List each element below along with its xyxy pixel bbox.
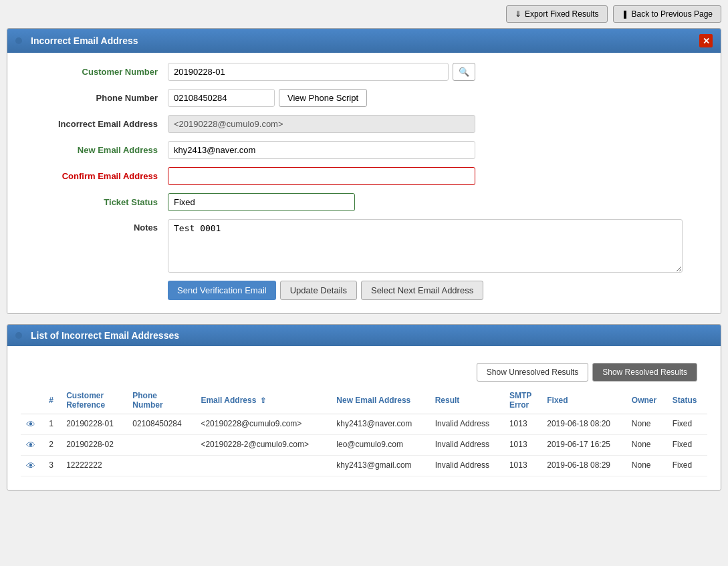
list-panel-body: Show Unresolved Results Show Resolved Re…: [7, 346, 721, 490]
list-panel-header-left: List of Incorrect Email Addresses: [15, 330, 179, 341]
col-new-email: New Email Address: [331, 387, 429, 414]
incorrect-email-label: Incorrect Email Address: [21, 119, 168, 129]
new-email-row: New Email Address: [21, 141, 707, 159]
col-email[interactable]: Email Address ⇧: [195, 387, 331, 414]
list-panel-title: List of Incorrect Email Addresses: [31, 330, 179, 341]
list-controls: Show Unresolved Results Show Resolved Re…: [21, 356, 707, 387]
customer-number-search-button[interactable]: 🔍: [453, 63, 475, 81]
col-customer-ref[interactable]: CustomerReference: [61, 387, 127, 414]
eye-icon[interactable]: 👁: [26, 440, 35, 450]
col-fixed: Fixed: [541, 387, 626, 414]
row-fixed: 2019-06-17 16:25: [541, 435, 626, 456]
col-num: #: [43, 387, 61, 414]
show-unresolved-button[interactable]: Show Unresolved Results: [477, 363, 588, 382]
view-phone-script-button[interactable]: View Phone Script: [279, 89, 367, 107]
phone-number-label: Phone Number: [21, 93, 168, 103]
row-result: Invalid Address: [430, 435, 504, 456]
row-customer-ref: 20190228-01: [61, 414, 127, 435]
confirm-email-row: Confirm Email Address: [21, 167, 707, 185]
row-num: 2: [43, 435, 61, 456]
row-new-email: khy2413@naver.com: [331, 414, 429, 435]
edit-panel-body: Customer Number 🔍 Phone Number View Phon…: [7, 53, 721, 313]
row-phone: 02108450284: [127, 414, 195, 435]
row-phone: [127, 435, 195, 456]
edit-panel: Incorrect Email Address ✕ Customer Numbe…: [7, 28, 721, 314]
eye-icon-cell[interactable]: 👁: [21, 414, 43, 435]
show-resolved-button[interactable]: Show Resolved Results: [592, 363, 697, 382]
top-bar: ⇓ Export Fixed Results ❚ Back to Previou…: [0, 0, 728, 28]
notes-textarea[interactable]: Test 0001: [168, 219, 683, 273]
ticket-status-label: Ticket Status: [21, 197, 168, 207]
row-owner: None: [626, 435, 667, 456]
table-row: 👁 2 20190228-02 <20190228-2@cumulo9.com>…: [21, 435, 707, 456]
customer-number-input[interactable]: [168, 63, 449, 81]
export-icon: ⇓: [515, 9, 521, 19]
row-status: Fixed: [667, 456, 707, 476]
sort-icon: ⇧: [260, 396, 266, 404]
row-smtp: 1013: [504, 456, 541, 476]
incorrect-email-input: [168, 115, 475, 133]
list-panel: List of Incorrect Email Addresses Show U…: [7, 324, 721, 490]
confirm-email-input[interactable]: [168, 167, 475, 185]
new-email-label: New Email Address: [21, 145, 168, 155]
edit-panel-header-left: Incorrect Email Address: [15, 35, 138, 46]
eye-icon[interactable]: 👁: [26, 460, 35, 471]
eye-icon-cell[interactable]: 👁: [21, 456, 43, 476]
ticket-status-input[interactable]: [168, 193, 355, 211]
col-eye: [21, 387, 43, 414]
phone-number-row: Phone Number View Phone Script: [21, 89, 707, 107]
table-header-row: # CustomerReference PhoneNumber Email Ad…: [21, 387, 707, 414]
row-smtp: 1013: [504, 435, 541, 456]
row-new-email: khy2413@gmail.com: [331, 456, 429, 476]
update-details-button[interactable]: Update Details: [280, 281, 357, 300]
row-result: Invalid Address: [430, 414, 504, 435]
col-status: Status: [667, 387, 707, 414]
row-num: 3: [43, 456, 61, 476]
panel-circle-icon: [15, 37, 22, 44]
incorrect-email-row: Incorrect Email Address: [21, 115, 707, 133]
table-row: 👁 1 20190228-01 02108450284 <20190228@cu…: [21, 414, 707, 435]
notes-row: Notes Test 0001: [21, 219, 707, 273]
table-row: 👁 3 12222222 khy2413@gmail.com Invalid A…: [21, 456, 707, 476]
row-new-email: leo@cumulo9.com: [331, 435, 429, 456]
action-buttons: Send Verification Email Update Details S…: [168, 281, 707, 300]
list-panel-header: List of Incorrect Email Addresses: [7, 325, 721, 346]
row-owner: None: [626, 456, 667, 476]
row-fixed: 2019-06-18 08:29: [541, 456, 626, 476]
back-icon: ❚: [622, 9, 628, 19]
eye-icon-cell[interactable]: 👁: [21, 435, 43, 456]
row-status: Fixed: [667, 414, 707, 435]
edit-panel-header: Incorrect Email Address ✕: [7, 29, 721, 53]
customer-number-label: Customer Number: [21, 67, 168, 77]
eye-icon[interactable]: 👁: [26, 419, 35, 430]
phone-number-input[interactable]: [168, 89, 275, 107]
col-owner: Owner: [626, 387, 667, 414]
export-label: Export Fixed Results: [525, 9, 599, 19]
send-verification-button[interactable]: Send Verification Email: [168, 281, 276, 300]
new-email-input[interactable]: [168, 141, 475, 159]
row-phone: [127, 456, 195, 476]
export-button[interactable]: ⇓ Export Fixed Results: [506, 5, 608, 23]
row-owner: None: [626, 414, 667, 435]
customer-number-row: Customer Number 🔍: [21, 63, 707, 81]
row-email: [195, 456, 331, 476]
customer-number-input-group: 🔍: [168, 63, 475, 81]
close-button[interactable]: ✕: [699, 34, 713, 47]
phone-number-input-group: View Phone Script: [168, 89, 475, 107]
email-list-table: # CustomerReference PhoneNumber Email Ad…: [21, 387, 707, 476]
row-email: <20190228-2@cumulo9.com>: [195, 435, 331, 456]
notes-label: Notes: [21, 219, 168, 233]
select-next-button[interactable]: Select Next Email Address: [361, 281, 483, 300]
row-customer-ref: 12222222: [61, 456, 127, 476]
row-num: 1: [43, 414, 61, 435]
row-fixed: 2019-06-18 08:20: [541, 414, 626, 435]
back-button[interactable]: ❚ Back to Previous Page: [613, 5, 721, 23]
row-email: <20190228@cumulo9.com>: [195, 414, 331, 435]
col-phone[interactable]: PhoneNumber: [127, 387, 195, 414]
row-status: Fixed: [667, 435, 707, 456]
row-smtp: 1013: [504, 414, 541, 435]
row-result: Invalid Address: [430, 456, 504, 476]
list-panel-circle-icon: [15, 332, 22, 339]
confirm-email-label: Confirm Email Address: [21, 171, 168, 181]
col-smtp: SMTPError: [504, 387, 541, 414]
